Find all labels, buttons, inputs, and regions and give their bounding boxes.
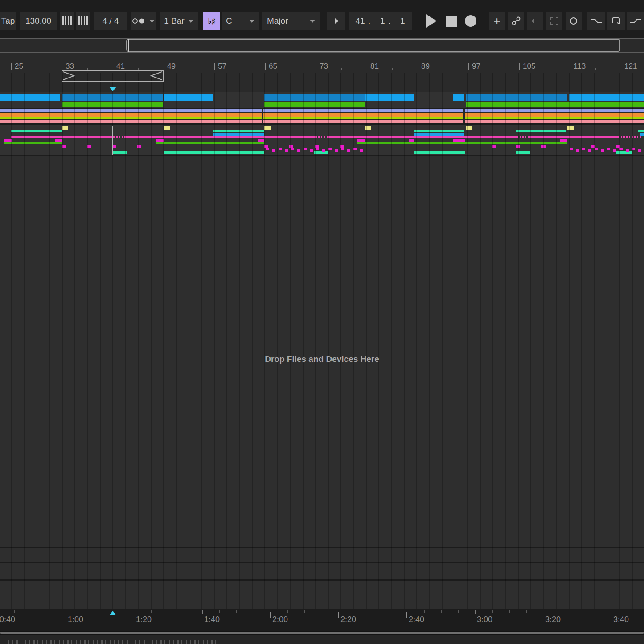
insert-marker[interactable]	[109, 87, 116, 91]
clip-segment[interactable]	[365, 94, 414, 101]
chevron-down-icon	[188, 20, 193, 23]
arrangement-position-field[interactable]: 41 . 1 . 1	[349, 12, 412, 30]
clip-segment[interactable]	[263, 109, 463, 112]
record-button[interactable]	[462, 12, 480, 30]
clip-segment[interactable]	[263, 120, 463, 123]
overview-viewport[interactable]	[126, 39, 620, 52]
nudge-up-button[interactable]	[76, 12, 90, 30]
clip-segment[interactable]	[638, 130, 644, 132]
loop-brace-icon	[62, 70, 164, 82]
clip-segment[interactable]	[560, 139, 567, 142]
clip-segment[interactable]	[124, 136, 316, 138]
clip-segment[interactable]	[0, 113, 262, 117]
clip-segment[interactable]	[258, 139, 264, 142]
grid-line	[163, 73, 164, 609]
circle-icon	[570, 17, 578, 25]
clip-segment[interactable]	[409, 139, 414, 142]
ramp-mode-button[interactable]	[627, 12, 644, 30]
clip-segment[interactable]	[156, 139, 164, 142]
fade-mode-button[interactable]	[587, 12, 605, 30]
time-insert-marker[interactable]	[109, 611, 116, 615]
time-signature-field[interactable]: 4 / 4	[94, 12, 127, 30]
time-tick	[578, 610, 578, 613]
bar-number: 121	[624, 62, 637, 71]
note-dot	[321, 136, 322, 138]
bar-number: 97	[472, 62, 480, 71]
clip-segment[interactable]	[466, 94, 567, 101]
tap-tempo-button[interactable]: Tap	[0, 12, 16, 30]
play-button[interactable]	[422, 12, 440, 30]
bar-mid-tick	[392, 68, 393, 70]
time-tick-corner	[475, 612, 475, 618]
horizontal-scrollbar[interactable]	[0, 631, 644, 635]
clipped-status-text	[8, 640, 217, 644]
quantization-menu[interactable]: 1 Bar	[160, 12, 198, 30]
tempo-field[interactable]: 130.00	[20, 12, 57, 30]
clip-segment[interactable]	[264, 94, 365, 101]
grid-line	[62, 73, 63, 609]
note-dot	[347, 149, 350, 152]
control-bar: Tap 130.00 4 / 4 1 Bar ♭♯ C Major 41 . 1…	[0, 0, 644, 38]
key-signature-button[interactable]: ♭♯	[203, 12, 220, 30]
grid-line	[328, 73, 329, 609]
clip-segment[interactable]	[0, 94, 60, 101]
root-note-menu[interactable]: C	[222, 12, 259, 30]
clip-segment[interactable]	[213, 130, 264, 132]
clip-segment[interactable]	[640, 133, 644, 136]
follow-button[interactable]	[327, 12, 345, 30]
bar-tick	[367, 63, 367, 70]
clip-segment[interactable]	[327, 136, 517, 138]
nudge-down-button[interactable]	[60, 12, 74, 30]
clip-segment[interactable]	[4, 142, 62, 144]
note-dot	[360, 149, 363, 152]
time-tick	[629, 610, 629, 613]
clip-segment[interactable]	[263, 113, 463, 117]
bar-tick	[11, 63, 12, 70]
clip-segment[interactable]	[516, 130, 566, 132]
scrollbar-thumb[interactable]	[0, 632, 644, 634]
grid-line	[455, 73, 455, 609]
clip-segment[interactable]	[264, 102, 365, 107]
loop-region-button[interactable]	[607, 12, 625, 30]
grid-line	[632, 73, 633, 609]
bar-tick	[418, 63, 418, 70]
metronome-icon	[132, 18, 146, 24]
note-dot	[316, 148, 319, 150]
note-dot	[520, 136, 521, 138]
time-label: 2:40	[409, 615, 424, 624]
new-button[interactable]: +	[489, 12, 505, 30]
clip-segment[interactable]	[357, 142, 567, 144]
back-to-arrangement-button[interactable]	[527, 12, 543, 30]
clip-segment[interactable]	[529, 136, 618, 138]
clip-segment[interactable]	[567, 126, 574, 130]
grid-line	[24, 73, 25, 609]
clip-segment[interactable]	[357, 139, 365, 142]
clip-segment[interactable]	[156, 142, 264, 144]
grid-line	[467, 73, 468, 609]
bar-mid-tick	[595, 68, 596, 70]
bar-number: 81	[370, 62, 379, 71]
clip-segment[interactable]	[414, 130, 464, 132]
loop-brace[interactable]	[62, 70, 164, 82]
nudge-down-icon	[62, 16, 72, 25]
punch-button[interactable]	[546, 12, 562, 30]
time-label: 0:40	[0, 615, 15, 624]
grid-line	[49, 73, 50, 609]
clip-segment[interactable]	[164, 126, 170, 130]
capture-midi-button[interactable]	[508, 12, 524, 30]
clip-segment[interactable]	[414, 151, 465, 154]
clip-segment[interactable]	[0, 117, 262, 119]
stop-button[interactable]	[442, 12, 460, 30]
time-tick	[32, 610, 32, 613]
grid-line	[125, 73, 126, 609]
note-dot	[626, 136, 628, 138]
metronome-button[interactable]	[131, 12, 156, 30]
clip-segment[interactable]	[0, 120, 262, 123]
clip-segment[interactable]	[263, 117, 463, 119]
scale-menu[interactable]: Major	[262, 12, 320, 30]
note-dot	[626, 149, 629, 152]
clip-segment[interactable]	[55, 139, 62, 142]
punch-brackets-icon	[550, 17, 558, 25]
loop-switch-button[interactable]	[566, 12, 582, 30]
clip-segment[interactable]	[0, 109, 262, 112]
